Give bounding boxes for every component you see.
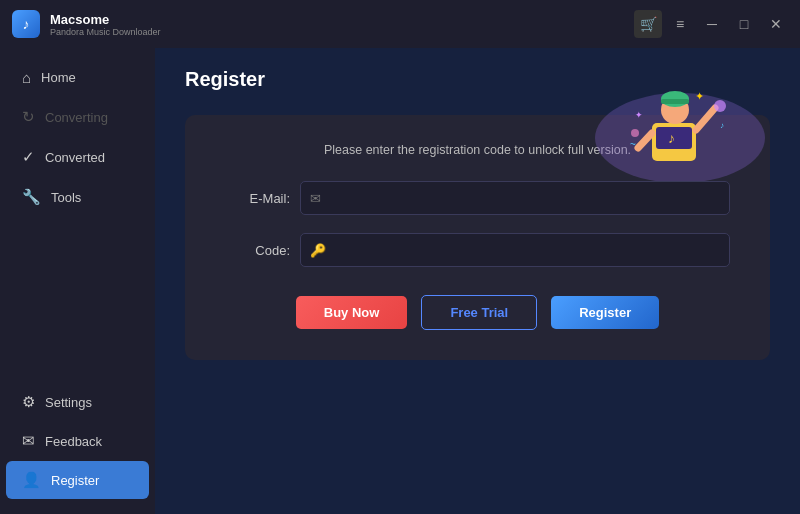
settings-icon: ⚙	[22, 393, 35, 411]
app-title-block: Macsome Pandora Music Downloader	[50, 12, 161, 37]
converting-icon: ↻	[22, 108, 35, 126]
sidebar-item-settings-label: Settings	[45, 395, 92, 410]
sidebar-item-converted[interactable]: ✓ Converted	[6, 138, 149, 176]
app-icon: ♪	[12, 10, 40, 38]
feedback-icon: ✉	[22, 432, 35, 450]
sidebar-item-register[interactable]: 👤 Register	[6, 461, 149, 499]
sidebar-item-tools[interactable]: 🔧 Tools	[6, 178, 149, 216]
titlebar: ♪ Macsome Pandora Music Downloader 🛒 ≡ ─…	[0, 0, 800, 48]
email-label: E-Mail:	[225, 191, 290, 206]
svg-point-13	[714, 100, 726, 112]
sidebar-item-settings[interactable]: ⚙ Settings	[6, 383, 149, 421]
sidebar-item-converting: ↻ Converting	[6, 98, 149, 136]
titlebar-controls: 🛒 ≡ ─ □ ✕	[634, 10, 790, 38]
button-row: Buy Now Free Trial Register	[225, 295, 730, 330]
illustration: ♪ ✦ ✦ ♪ ~	[580, 58, 780, 188]
close-button[interactable]: ✕	[762, 10, 790, 38]
titlebar-left: ♪ Macsome Pandora Music Downloader	[12, 10, 161, 38]
svg-text:~: ~	[630, 139, 636, 150]
email-input-wrapper: ✉	[300, 181, 730, 215]
sidebar-item-register-label: Register	[51, 473, 99, 488]
sidebar-item-home-label: Home	[41, 70, 76, 85]
home-icon: ⌂	[22, 69, 31, 86]
converted-icon: ✓	[22, 148, 35, 166]
menu-button[interactable]: ≡	[666, 10, 694, 38]
code-label: Code:	[225, 243, 290, 258]
sidebar-item-converting-label: Converting	[45, 110, 108, 125]
free-trial-button[interactable]: Free Trial	[421, 295, 537, 330]
app-subtitle: Pandora Music Downloader	[50, 27, 161, 37]
app-icon-char: ♪	[23, 16, 30, 32]
main-layout: ⌂ Home ↻ Converting ✓ Converted 🔧 Tools …	[0, 48, 800, 514]
sidebar-item-feedback[interactable]: ✉ Feedback	[6, 422, 149, 460]
tools-icon: 🔧	[22, 188, 41, 206]
content-area: ♪ ✦ ✦ ♪ ~ Register	[155, 48, 800, 514]
sidebar-item-converted-label: Converted	[45, 150, 105, 165]
code-form-row: Code: 🔑	[225, 233, 730, 267]
register-icon: 👤	[22, 471, 41, 489]
sidebar-item-home[interactable]: ⌂ Home	[6, 59, 149, 96]
buy-now-button[interactable]: Buy Now	[296, 296, 408, 329]
svg-text:✦: ✦	[635, 110, 643, 120]
maximize-button[interactable]: □	[730, 10, 758, 38]
cart-button[interactable]: 🛒	[634, 10, 662, 38]
app-name: Macsome	[50, 12, 161, 27]
svg-point-14	[631, 129, 639, 137]
sidebar-item-tools-label: Tools	[51, 190, 81, 205]
svg-text:♪: ♪	[668, 130, 675, 146]
register-button[interactable]: Register	[551, 296, 659, 329]
minimize-button[interactable]: ─	[698, 10, 726, 38]
email-form-row: E-Mail: ✉	[225, 181, 730, 215]
sidebar: ⌂ Home ↻ Converting ✓ Converted 🔧 Tools …	[0, 48, 155, 514]
svg-text:✦: ✦	[695, 90, 704, 102]
sidebar-item-feedback-label: Feedback	[45, 434, 102, 449]
svg-text:♪: ♪	[720, 121, 724, 130]
code-input[interactable]	[300, 233, 730, 267]
code-input-wrapper: 🔑	[300, 233, 730, 267]
email-input[interactable]	[300, 181, 730, 215]
svg-rect-6	[661, 99, 689, 104]
